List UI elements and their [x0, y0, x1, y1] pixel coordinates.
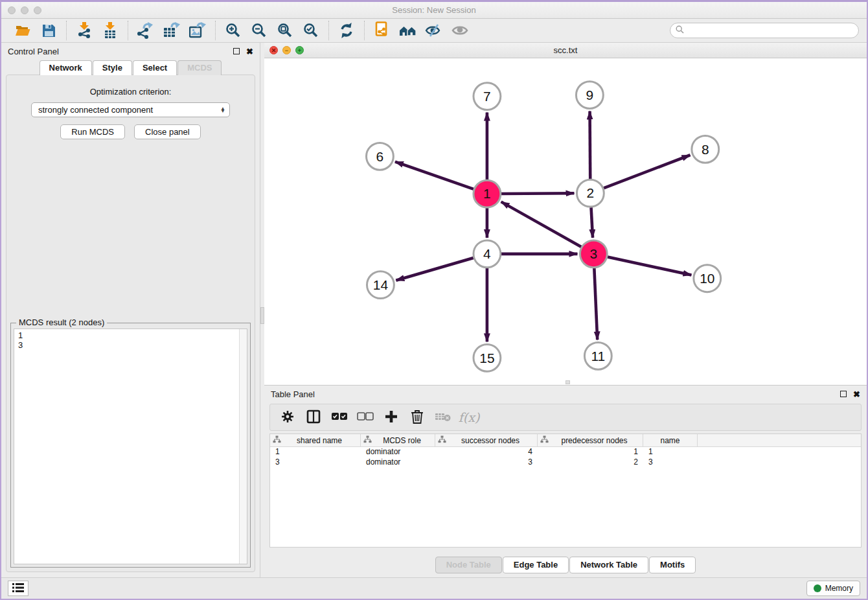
graph-node-8[interactable]: 8	[692, 135, 719, 163]
run-mcds-button[interactable]: Run MCDS	[60, 124, 125, 139]
graph-node-15[interactable]: 15	[474, 344, 501, 371]
edge-1-6[interactable]	[395, 162, 474, 189]
column-header-shared-name[interactable]: shared name	[270, 434, 361, 446]
first-neighbors-button[interactable]	[397, 21, 419, 40]
network-close-button[interactable]: ✕	[269, 46, 278, 54]
edge-3-1[interactable]	[501, 202, 582, 247]
table-cell[interactable]: 3	[435, 457, 538, 468]
edge-3-10[interactable]	[608, 257, 692, 275]
save-session-button[interactable]	[38, 21, 60, 40]
result-scrollbar[interactable]	[239, 329, 247, 564]
table-cell[interactable]: 1	[270, 447, 361, 457]
search-field[interactable]	[670, 23, 859, 38]
deselect-all-button[interactable]	[356, 408, 375, 427]
table-header-row: shared nameMCDS rolesuccessor nodesprede…	[270, 434, 861, 447]
show-all-button[interactable]	[449, 21, 471, 40]
table-cell[interactable]: 4	[435, 447, 538, 457]
zoom-out-button[interactable]	[248, 21, 270, 40]
close-table-panel-icon[interactable]: ✖	[853, 390, 860, 398]
duplicate-network-button[interactable]	[371, 21, 393, 40]
import-table-button[interactable]	[99, 21, 121, 40]
maximize-window-button[interactable]	[34, 6, 41, 14]
graph-node-11[interactable]: 11	[584, 342, 611, 369]
window-traffic-lights[interactable]	[8, 6, 41, 14]
open-session-button[interactable]	[12, 21, 34, 40]
zoom-in-button[interactable]	[222, 21, 244, 40]
show-column-button[interactable]	[304, 408, 323, 427]
export-table-icon	[163, 22, 180, 39]
tab-network-table[interactable]: Network Table	[569, 557, 648, 573]
tab-motifs[interactable]: Motifs	[649, 557, 696, 573]
export-image-button[interactable]	[187, 21, 209, 40]
graph-node-3[interactable]: 3	[580, 240, 607, 268]
edge-2-3[interactable]	[591, 207, 593, 238]
graph-node-7[interactable]: 7	[474, 83, 501, 110]
hide-selected-button[interactable]	[423, 21, 445, 40]
graph-node-4[interactable]: 4	[474, 240, 501, 268]
apply-layout-button[interactable]	[336, 21, 358, 40]
graph-node-14[interactable]: 14	[367, 271, 394, 299]
import-network-button[interactable]	[73, 21, 95, 40]
canvas-resize-grip[interactable]	[565, 380, 570, 384]
graph-node-2[interactable]: 2	[577, 179, 604, 207]
memory-button[interactable]: Memory	[806, 581, 860, 596]
mcds-result-text[interactable]: 1 3	[14, 329, 239, 564]
table-cell[interactable]: 1	[643, 447, 698, 457]
tab-network[interactable]: Network	[40, 60, 92, 75]
graph-node-1[interactable]: 1	[474, 180, 501, 207]
table-cell[interactable]: dominator	[361, 457, 435, 468]
tab-style[interactable]: Style	[93, 60, 132, 75]
control-panel-tabbar: NetworkStyleSelectMCDS	[1, 60, 260, 75]
close-window-button[interactable]	[8, 6, 16, 14]
table-cell[interactable]: 1	[538, 447, 643, 457]
tab-edge-table[interactable]: Edge Table	[503, 557, 569, 573]
svg-text:3: 3	[590, 246, 598, 261]
tab-mcds[interactable]: MCDS	[177, 60, 222, 75]
search-input[interactable]	[687, 26, 853, 35]
column-header-successor-nodes[interactable]: successor nodes	[435, 434, 538, 446]
zoom-selected-button[interactable]	[300, 21, 322, 40]
edge-2-8[interactable]	[604, 155, 691, 188]
edge-3-11[interactable]	[594, 268, 597, 340]
network-canvas[interactable]: 1234678910111415	[264, 58, 867, 385]
zoom-fit-button[interactable]	[274, 21, 296, 40]
table-cell[interactable]: 3	[643, 457, 698, 468]
column-header-predecessor-nodes[interactable]: predecessor nodes	[538, 434, 643, 446]
list-icon	[12, 583, 24, 594]
table-settings-button[interactable]	[278, 408, 297, 427]
table-row[interactable]: 1dominator411	[270, 447, 861, 457]
close-panel-button[interactable]: Close panel	[134, 124, 201, 139]
table-cell[interactable]: dominator	[361, 447, 435, 457]
function-builder-button[interactable]: f(x)	[459, 408, 479, 427]
export-table-button[interactable]	[161, 21, 183, 40]
task-history-button[interactable]	[8, 581, 29, 596]
export-network-button[interactable]	[135, 21, 157, 40]
tab-select[interactable]: Select	[133, 60, 177, 75]
edge-1-2[interactable]	[501, 193, 575, 194]
edge-4-14[interactable]	[396, 258, 473, 281]
graph-node-9[interactable]: 9	[576, 82, 603, 109]
table-row[interactable]: 3dominator323	[270, 457, 861, 468]
criterion-select[interactable]: strongly connected component ▲▼	[31, 102, 230, 117]
edge-2-9[interactable]	[590, 111, 591, 179]
status-bar: Memory	[1, 577, 867, 599]
graph-node-10[interactable]: 10	[694, 265, 721, 292]
table-cell[interactable]: 3	[270, 457, 361, 468]
float-table-panel-icon[interactable]	[840, 391, 847, 397]
column-header-MCDS-role[interactable]: MCDS role	[361, 434, 435, 446]
network-graph[interactable]: 1234678910111415	[264, 58, 867, 385]
tab-node-table[interactable]: Node Table	[435, 557, 502, 573]
add-row-button[interactable]	[382, 408, 401, 427]
delete-table-button[interactable]	[433, 408, 453, 427]
delete-row-button[interactable]	[407, 408, 427, 427]
graph-node-6[interactable]: 6	[366, 143, 393, 170]
minimize-window-button[interactable]	[21, 6, 29, 14]
table-cell[interactable]: 2	[538, 457, 643, 468]
column-header-name[interactable]: name	[643, 434, 698, 446]
select-all-button[interactable]	[330, 408, 349, 427]
close-panel-icon[interactable]: ✖	[246, 47, 253, 56]
zoom-fit-icon	[277, 23, 293, 38]
float-panel-icon[interactable]	[233, 48, 240, 54]
network-minimize-button[interactable]: −	[282, 46, 291, 54]
network-maximize-button[interactable]: +	[295, 46, 304, 54]
